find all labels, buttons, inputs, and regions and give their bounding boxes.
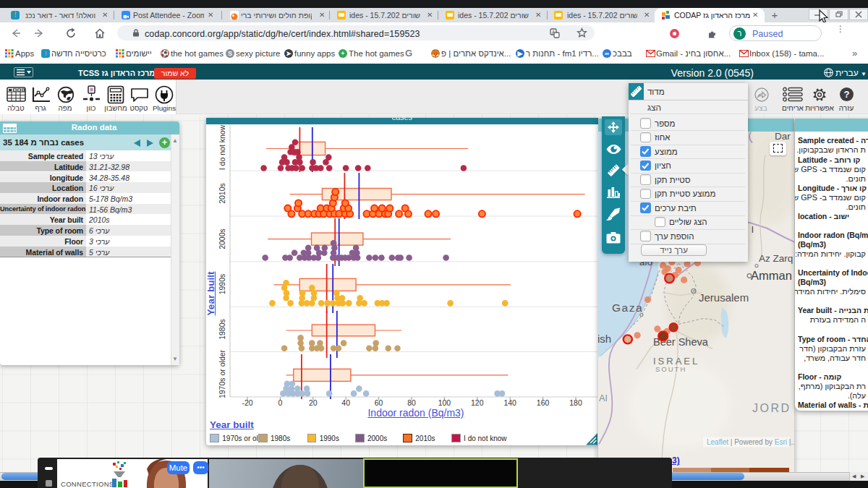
svg-text:Al: Al — [599, 392, 608, 403]
svg-text:Leaflet | Powered by Esri |...: Leaflet | Powered by Esri |... — [707, 438, 794, 446]
svg-text:Az Zarq: Az Zarq — [759, 252, 793, 263]
svg-text:180: 180 — [569, 398, 582, 407]
svg-text:1980s: 1980s — [218, 319, 226, 340]
svg-text:100: 100 — [438, 398, 451, 407]
svg-text:ish: ish — [598, 332, 611, 344]
svg-text:120: 120 — [471, 398, 484, 407]
svg-text:SOUTH: SOUTH — [655, 365, 686, 373]
svg-text:2010s: 2010s — [218, 183, 226, 204]
svg-text:0: 0 — [278, 398, 282, 407]
svg-text:I do not know: I do not know — [218, 124, 226, 170]
svg-text:160: 160 — [537, 398, 550, 407]
svg-text:40: 40 — [341, 398, 350, 407]
svg-text:Amman: Amman — [751, 269, 792, 282]
svg-text:-20: -20 — [242, 398, 252, 407]
svg-text:80: 80 — [407, 398, 416, 407]
svg-text:l: l — [752, 224, 754, 234]
svg-text:20: 20 — [309, 398, 318, 407]
svg-text:60: 60 — [375, 398, 383, 407]
svg-text:2000s: 2000s — [218, 228, 226, 249]
svg-text:Gaza: Gaza — [612, 301, 643, 313]
svg-text:Dar: Dar — [775, 130, 791, 141]
svg-text:Jerusalem: Jerusalem — [699, 291, 749, 303]
svg-text:1970s or older: 1970s or older — [218, 349, 226, 398]
svg-text:1990s: 1990s — [218, 274, 226, 295]
svg-text:140: 140 — [503, 398, 516, 407]
svg-text:JORD A: JORD A — [752, 401, 794, 414]
